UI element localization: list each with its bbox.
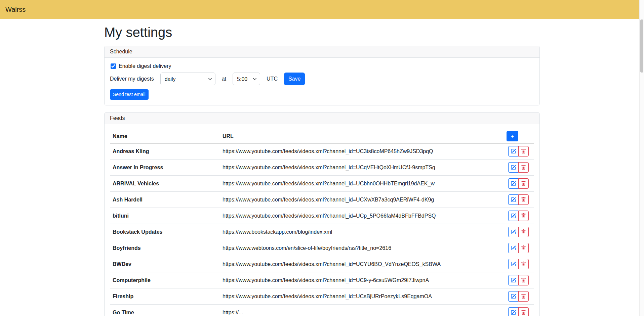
feed-name: Answer In Progress	[110, 160, 220, 176]
edit-feed-button[interactable]	[508, 259, 519, 269]
pencil-square-icon	[511, 262, 516, 267]
edit-feed-button[interactable]	[508, 227, 519, 237]
feed-name: ARRIVAL Vehicles	[110, 176, 220, 192]
feed-actions	[504, 288, 534, 305]
schedule-card-body: Enable digest delivery Deliver my digest…	[105, 58, 539, 105]
feeds-table-body: Andreas Kling https://www.youtube.com/fe…	[110, 143, 534, 316]
feed-actions-group	[508, 275, 529, 285]
feed-actions	[504, 240, 534, 256]
feed-row: Fireship https://www.youtube.com/feeds/v…	[110, 288, 534, 305]
enable-digest-row: Enable digest delivery	[110, 63, 534, 69]
feed-row: bitluni https://www.youtube.com/feeds/vi…	[110, 208, 534, 224]
feed-url: https://www.youtube.com/feeds/videos.xml…	[220, 160, 504, 176]
at-label: at	[222, 76, 226, 82]
feeds-card-header: Feeds	[105, 112, 539, 124]
edit-feed-button[interactable]	[508, 146, 519, 156]
feed-actions	[504, 305, 534, 316]
frequency-select[interactable]: daily	[160, 73, 215, 85]
delete-feed-button[interactable]	[518, 227, 529, 237]
feed-url: https://...	[220, 305, 504, 316]
trash-icon	[521, 181, 526, 186]
feed-url: https://www.youtube.com/feeds/videos.xml…	[220, 192, 504, 208]
delete-feed-button[interactable]	[518, 178, 529, 189]
enable-digest-checkbox[interactable]	[111, 63, 116, 69]
feed-name: Go Time	[110, 305, 220, 316]
save-button[interactable]: Save	[284, 73, 305, 85]
delete-feed-button[interactable]	[518, 291, 529, 302]
pencil-square-icon	[511, 149, 516, 154]
page-title: My settings	[104, 24, 540, 40]
feed-url: https://www.bookstackapp.com/blog/index.…	[220, 224, 504, 240]
scrollbar[interactable]	[639, 0, 644, 316]
feed-row: BWDev https://www.youtube.com/feeds/vide…	[110, 256, 534, 272]
feed-actions	[504, 192, 534, 208]
edit-feed-button[interactable]	[508, 307, 519, 316]
feed-actions-group	[508, 291, 529, 302]
pencil-square-icon	[511, 181, 516, 186]
feed-row: ARRIVAL Vehicles https://www.youtube.com…	[110, 176, 534, 192]
edit-feed-button[interactable]	[508, 291, 519, 302]
time-select-wrap: 5:00	[233, 73, 260, 85]
edit-feed-button[interactable]	[508, 162, 519, 173]
feed-actions	[504, 272, 534, 288]
feed-actions-group	[508, 211, 529, 221]
feed-name: Bookstack Updates	[110, 224, 220, 240]
feed-name: Boyfriends	[110, 240, 220, 256]
frequency-select-wrap: daily	[160, 73, 215, 85]
scrollbar-thumb[interactable]	[640, 19, 643, 73]
feed-name: Andreas Kling	[110, 143, 220, 160]
delete-feed-button[interactable]	[518, 259, 529, 269]
feed-actions	[504, 143, 534, 160]
delete-feed-button[interactable]	[518, 194, 529, 205]
delete-feed-button[interactable]	[518, 162, 529, 173]
trash-icon	[521, 294, 526, 299]
edit-feed-button[interactable]	[508, 194, 519, 205]
feed-name: Computerphile	[110, 272, 220, 288]
add-feed-button[interactable]: +	[507, 131, 518, 141]
feed-name: Ash Hardell	[110, 192, 220, 208]
feed-actions	[504, 176, 534, 192]
column-header-actions: +	[504, 130, 534, 143]
feed-url: https://www.youtube.com/feeds/videos.xml…	[220, 176, 504, 192]
feed-actions-group	[508, 243, 529, 253]
feed-actions-group	[508, 259, 529, 269]
delete-feed-button[interactable]	[518, 211, 529, 221]
time-select[interactable]: 5:00	[233, 73, 260, 85]
feed-actions	[504, 160, 534, 176]
feed-actions-group	[508, 146, 529, 156]
edit-feed-button[interactable]	[508, 275, 519, 285]
deliver-digests-label: Deliver my digests	[110, 76, 154, 82]
trash-icon	[521, 149, 526, 154]
enable-digest-label[interactable]: Enable digest delivery	[119, 63, 171, 69]
feed-row: Computerphile https://www.youtube.com/fe…	[110, 272, 534, 288]
feeds-card-body: Name URL + Andreas Kling https://www.you…	[105, 124, 539, 316]
pencil-square-icon	[511, 213, 516, 218]
delete-feed-button[interactable]	[518, 307, 529, 316]
feed-row: Boyfriends https://www.webtoons.com/en/s…	[110, 240, 534, 256]
edit-feed-button[interactable]	[508, 243, 519, 253]
edit-feed-button[interactable]	[508, 178, 519, 189]
feed-row: Go Time https://...	[110, 305, 534, 316]
edit-feed-button[interactable]	[508, 211, 519, 221]
trash-icon	[521, 213, 526, 218]
pencil-square-icon	[511, 310, 516, 315]
navbar-brand[interactable]: Walrss	[5, 6, 26, 13]
feed-actions-group	[508, 194, 529, 205]
feed-row: Bookstack Updates https://www.bookstacka…	[110, 224, 534, 240]
feed-actions-group	[508, 227, 529, 237]
feeds-table-header-row: Name URL +	[110, 130, 534, 143]
column-header-url: URL	[220, 130, 504, 143]
delete-feed-button[interactable]	[518, 243, 529, 253]
trash-icon	[521, 197, 526, 202]
schedule-card: Schedule Enable digest delivery Deliver …	[104, 46, 540, 105]
feed-actions	[504, 256, 534, 272]
feed-actions-group	[508, 307, 529, 316]
column-header-name: Name	[110, 130, 220, 143]
feed-url: https://www.youtube.com/feeds/videos.xml…	[220, 143, 504, 160]
delete-feed-button[interactable]	[518, 146, 529, 156]
delete-feed-button[interactable]	[518, 275, 529, 285]
feed-name: BWDev	[110, 256, 220, 272]
send-test-email-button[interactable]: Send test email	[110, 89, 149, 100]
schedule-card-header: Schedule	[105, 46, 539, 58]
trash-icon	[521, 278, 526, 283]
